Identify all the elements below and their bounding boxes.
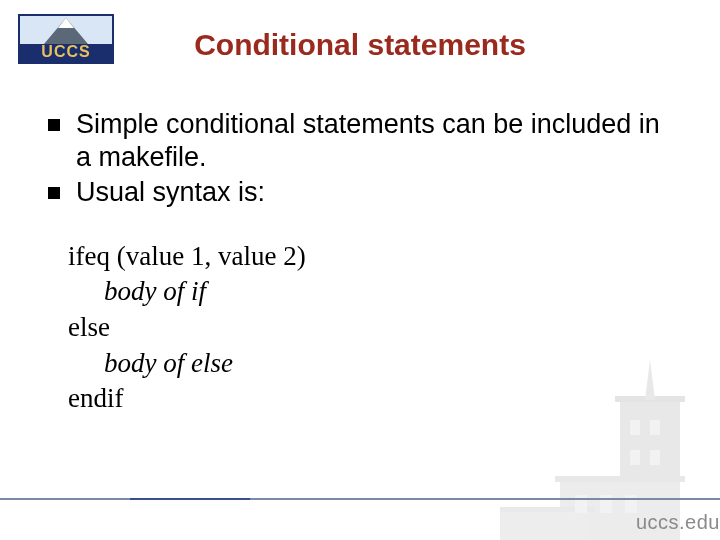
- svg-rect-10: [650, 450, 660, 465]
- code-line: body of if: [68, 274, 680, 310]
- footer-url: uccs.edu: [636, 511, 720, 534]
- code-line: ifeq (value 1, value 2): [68, 239, 680, 275]
- bullet-item: Usual syntax is:: [46, 176, 680, 209]
- svg-rect-4: [555, 476, 685, 482]
- bullet-item: Simple conditional statements can be inc…: [46, 108, 680, 174]
- code-block: ifeq (value 1, value 2) body of if else …: [68, 239, 680, 417]
- svg-rect-9: [630, 450, 640, 465]
- code-line: endif: [68, 381, 680, 417]
- svg-rect-5: [500, 510, 590, 540]
- slide-title: Conditional statements: [0, 28, 720, 62]
- code-line: else: [68, 310, 680, 346]
- svg-rect-7: [630, 420, 640, 435]
- svg-rect-6: [500, 507, 595, 512]
- code-line: body of else: [68, 346, 680, 382]
- slide-content: Simple conditional statements can be inc…: [46, 108, 680, 417]
- bullet-list: Simple conditional statements can be inc…: [46, 108, 680, 209]
- mountain-snow-icon: [58, 18, 74, 28]
- footer-divider: [0, 498, 720, 500]
- logo-text: UCCS: [41, 43, 90, 62]
- svg-rect-8: [650, 420, 660, 435]
- footer-accent: [130, 498, 250, 500]
